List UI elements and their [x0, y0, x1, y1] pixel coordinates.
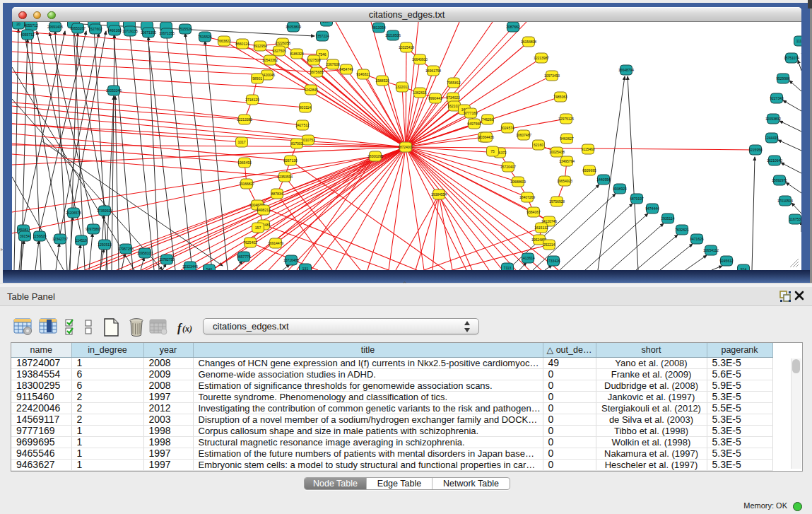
svg-text:16961758: 16961758 — [425, 69, 441, 73]
svg-text:6939695: 6939695 — [582, 168, 596, 173]
svg-text:2935114: 2935114 — [661, 216, 674, 221]
svg-text:10782759: 10782759 — [159, 257, 175, 262]
svg-text:90975867: 90975867 — [86, 227, 101, 231]
svg-text:75: 75 — [490, 149, 495, 153]
svg-text:817003: 817003 — [291, 141, 303, 146]
svg-text:1413614: 1413614 — [521, 256, 535, 260]
svg-text:10654112: 10654112 — [703, 248, 719, 252]
svg-text:23226058: 23226058 — [275, 41, 290, 45]
svg-text:1733426: 1733426 — [546, 259, 560, 263]
svg-text:1117: 1117 — [796, 39, 801, 43]
svg-text:(x): (x) — [182, 324, 192, 334]
svg-text:10671355: 10671355 — [141, 30, 156, 35]
svg-text:15692971: 15692971 — [772, 178, 787, 182]
svg-text:157: 157 — [255, 226, 261, 230]
svg-text:8660124: 8660124 — [235, 42, 249, 46]
svg-text:8813054: 8813054 — [372, 25, 386, 30]
svg-text:10719135: 10719135 — [122, 29, 138, 33]
svg-text:1440954: 1440954 — [596, 177, 611, 182]
svg-text:12353594: 12353594 — [277, 175, 293, 179]
svg-text:2087662: 2087662 — [506, 25, 520, 29]
svg-text:15751074: 15751074 — [784, 56, 799, 60]
svg-text:1322013: 1322013 — [395, 85, 409, 89]
svg-text:7632621: 7632621 — [675, 228, 689, 232]
svg-text:24206576: 24206576 — [66, 211, 81, 215]
svg-text:1250513: 1250513 — [98, 243, 112, 247]
svg-text:13716485: 13716485 — [283, 258, 299, 262]
svg-text:7113: 7113 — [504, 266, 512, 270]
svg-text:9245612: 9245612 — [719, 259, 734, 263]
svg-text:116753: 116753 — [789, 217, 801, 221]
svg-text:9227343: 9227343 — [770, 96, 784, 100]
svg-text:9474444: 9474444 — [645, 206, 659, 211]
svg-text:9498212: 9498212 — [257, 208, 271, 212]
svg-text:39154: 39154 — [20, 234, 30, 238]
svg-text:7515526: 7515526 — [178, 27, 192, 31]
svg-text:252214: 252214 — [543, 243, 555, 247]
svg-text:1156829: 1156829 — [33, 234, 46, 238]
svg-text:19166827: 19166827 — [239, 182, 254, 186]
svg-text:7485063: 7485063 — [553, 95, 567, 99]
svg-text:114519: 114519 — [76, 238, 88, 243]
svg-text:20053346: 20053346 — [106, 88, 122, 93]
svg-text:131: 131 — [302, 267, 309, 270]
svg-text:17359924: 17359924 — [97, 209, 112, 213]
svg-text:9777169: 9777169 — [464, 111, 478, 115]
svg-text:10671355: 10671355 — [159, 31, 175, 35]
svg-text:1527602: 1527602 — [88, 27, 102, 31]
svg-text:98901: 98901 — [252, 76, 262, 81]
svg-text:62160: 62160 — [534, 143, 543, 147]
svg-text:8267130: 8267130 — [283, 158, 298, 163]
svg-text:7546: 7546 — [318, 52, 326, 57]
svg-text:1965493: 1965493 — [237, 160, 252, 165]
svg-text:3912954: 3912954 — [253, 44, 267, 48]
svg-text:4055712: 4055712 — [24, 23, 38, 28]
svg-text:9115460: 9115460 — [581, 147, 594, 151]
svg-text:12975125: 12975125 — [558, 117, 574, 121]
svg-text:8186328: 8186328 — [290, 52, 304, 56]
svg-text:2087: 2087 — [322, 22, 330, 23]
svg-text:7357224: 7357224 — [315, 34, 329, 38]
svg-text:1362615: 1362615 — [413, 90, 427, 95]
svg-text:924: 924 — [741, 267, 747, 270]
svg-text:19654923: 19654923 — [557, 179, 572, 183]
svg-text:9463627: 9463627 — [560, 136, 574, 141]
svg-text:10025438: 10025438 — [549, 150, 565, 154]
svg-text:18407269: 18407269 — [519, 195, 535, 199]
svg-text:20364436: 20364436 — [478, 135, 494, 139]
svg-text:9146821: 9146821 — [356, 72, 370, 76]
svg-text:9327505: 9327505 — [272, 49, 286, 53]
svg-text:546: 546 — [206, 267, 213, 270]
svg-text:10543362: 10543362 — [262, 58, 278, 62]
svg-text:19384554: 19384554 — [431, 192, 447, 197]
svg-text:3427512: 3427512 — [295, 123, 310, 127]
svg-text:1017: 1017 — [237, 140, 245, 144]
svg-text:12213382: 12213382 — [237, 117, 252, 122]
svg-text:7663822: 7663822 — [217, 39, 231, 43]
svg-text:1588520: 1588520 — [375, 78, 389, 83]
svg-text:10973493: 10973493 — [544, 74, 560, 78]
svg-text:12213987: 12213987 — [534, 56, 549, 60]
svg-text:16210643: 16210643 — [767, 158, 782, 163]
svg-text:9384067: 9384067 — [526, 210, 541, 214]
svg-text:10688609: 10688609 — [510, 180, 526, 184]
svg-text:7955812: 7955812 — [447, 81, 461, 85]
svg-text:3215958: 3215958 — [748, 148, 763, 152]
svg-text:7625402: 7625402 — [243, 240, 257, 245]
svg-text:9657774: 9657774 — [237, 255, 251, 259]
svg-text:1244415: 1244415 — [765, 136, 779, 140]
svg-text:7515526: 7515526 — [198, 35, 212, 39]
svg-text:9529986: 9529986 — [776, 76, 790, 81]
svg-text:3875685: 3875685 — [310, 70, 324, 74]
svg-text:16218506: 16218506 — [385, 33, 401, 37]
svg-text:6497568: 6497568 — [467, 122, 481, 126]
svg-text:2718129: 2718129 — [245, 98, 259, 102]
svg-text:746266: 746266 — [482, 117, 494, 122]
svg-text:18724007: 18724007 — [398, 145, 413, 149]
svg-text:3024574: 3024574 — [500, 126, 514, 130]
svg-text:12342737: 12342737 — [52, 237, 68, 241]
svg-text:887834: 887834 — [271, 192, 283, 196]
svg-text:16053809: 16053809 — [286, 25, 301, 29]
svg-text:9734023: 9734023 — [446, 95, 460, 100]
svg-text:17010504: 17010504 — [777, 199, 793, 203]
